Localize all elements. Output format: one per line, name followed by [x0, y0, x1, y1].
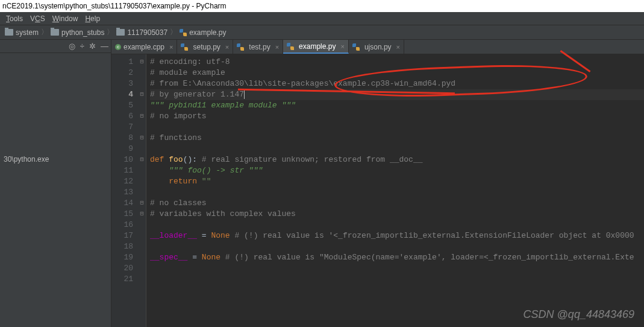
- breadcrumb-label: example.py: [189, 28, 226, 37]
- fold-toggle[interactable]: [138, 144, 146, 154]
- fold-toggle[interactable]: ⊟: [138, 89, 146, 100]
- breadcrumb-example-py[interactable]: example.py: [178, 28, 227, 37]
- fold-toggle[interactable]: [138, 78, 146, 89]
- folder-icon: [51, 29, 59, 36]
- fold-toggle[interactable]: [138, 230, 146, 241]
- close-icon[interactable]: ×: [275, 43, 279, 51]
- fold-toggle[interactable]: [138, 122, 146, 133]
- code-line[interactable]: # no classes: [150, 198, 644, 209]
- python-file-icon: [181, 43, 188, 51]
- close-icon[interactable]: ×: [169, 43, 173, 51]
- code-line[interactable]: """ foo() -> str """: [150, 165, 644, 176]
- tab-test-py[interactable]: test.py×: [233, 40, 283, 54]
- tab-label: example.py: [299, 42, 336, 51]
- code-area[interactable]: # encoding: utf-8# module example# from …: [146, 54, 644, 327]
- folder-icon: [5, 29, 13, 36]
- code-line[interactable]: def foo(): # real signature unknown; res…: [150, 154, 644, 165]
- code-line[interactable]: # from E:\Anaconda30\lib\site-packages\e…: [150, 78, 644, 89]
- interpreter-path: 30\python.exe: [0, 153, 111, 166]
- python-file-icon: [180, 29, 187, 36]
- tab-label: test.py: [249, 43, 270, 51]
- expand-icon[interactable]: ÷: [80, 42, 84, 51]
- fold-toggle[interactable]: ⊟: [138, 111, 146, 122]
- tab-label: setup.py: [193, 43, 220, 51]
- fold-toggle[interactable]: ⊟: [138, 198, 146, 209]
- breadcrumb: system〉python_stubs〉1117905037〉example.p…: [0, 25, 644, 40]
- cpp-file-icon: c: [115, 44, 121, 50]
- fold-toggle[interactable]: [138, 187, 146, 198]
- breadcrumb-label: python_stubs: [61, 28, 104, 37]
- code-line[interactable]: # encoding: utf-8: [150, 57, 644, 68]
- close-icon[interactable]: ×: [225, 43, 229, 51]
- code-line[interactable]: __spec__ = None # (!) real value is "Mod…: [150, 252, 644, 263]
- code-line[interactable]: """ pybind11 example module """: [150, 100, 644, 111]
- code-line[interactable]: [150, 274, 644, 285]
- code-line[interactable]: __loader__ = None # (!) real value is '<…: [150, 230, 644, 241]
- fold-toggle[interactable]: ⊟: [138, 57, 146, 68]
- code-line[interactable]: [150, 187, 644, 198]
- minimize-icon[interactable]: —: [101, 42, 108, 51]
- code-line[interactable]: # module example: [150, 68, 644, 78]
- editor-tabs: cexample.cpp×setup.py×test.py×example.py…: [111, 40, 644, 54]
- sidebar-toolbar: ◎ ÷ ✲ —: [0, 40, 111, 53]
- tab-label: example.cpp: [123, 43, 164, 51]
- close-icon[interactable]: ×: [396, 43, 400, 51]
- chevron-right-icon: 〉: [105, 27, 115, 37]
- menu-tools[interactable]: Tools: [2, 14, 27, 23]
- code-editor[interactable]: 123456789101112131415161718192021 ⊟⊟⊟⊟⊟⊟…: [111, 54, 644, 327]
- fold-toggle[interactable]: [138, 263, 146, 274]
- text-caret: [244, 90, 245, 99]
- breadcrumb-1117905037[interactable]: 1117905037: [115, 28, 169, 37]
- fold-toggle[interactable]: [138, 274, 146, 285]
- fold-toggle[interactable]: ⊟: [138, 133, 146, 144]
- tab-example-py[interactable]: example.py×: [283, 40, 349, 54]
- gear-icon[interactable]: ✲: [89, 42, 96, 51]
- menu-window[interactable]: Window: [49, 14, 82, 23]
- line-gutter: 123456789101112131415161718192021: [111, 54, 138, 327]
- fold-toggle[interactable]: [138, 68, 146, 78]
- code-line[interactable]: [150, 241, 644, 252]
- code-line[interactable]: [150, 144, 644, 154]
- window-title: nCE2019.1\system\python_stubs\1117905037…: [0, 0, 644, 12]
- code-line[interactable]: # by generator 1.147: [150, 89, 644, 100]
- target-icon[interactable]: ◎: [69, 42, 75, 51]
- tab-setup-py[interactable]: setup.py×: [177, 40, 233, 54]
- fold-toggle[interactable]: [138, 165, 146, 176]
- close-icon[interactable]: ×: [340, 43, 344, 50]
- python-file-icon: [287, 43, 294, 50]
- tab-example-cpp[interactable]: cexample.cpp×: [111, 40, 177, 54]
- breadcrumb-label: system: [16, 28, 39, 37]
- breadcrumb-python_stubs[interactable]: python_stubs: [49, 28, 105, 37]
- fold-toggle[interactable]: [138, 241, 146, 252]
- menu-vcs[interactable]: VCS: [27, 14, 49, 23]
- tab-ujson-py[interactable]: ujson.py×: [349, 40, 404, 54]
- fold-column[interactable]: ⊟⊟⊟⊟⊟⊟⊟: [138, 54, 146, 327]
- folder-icon: [116, 29, 125, 36]
- fold-toggle[interactable]: [138, 100, 146, 111]
- tab-label: ujson.py: [364, 43, 392, 51]
- fold-toggle[interactable]: [138, 252, 146, 263]
- project-tool-sidebar: ◎ ÷ ✲ — 30\python.exe: [0, 40, 111, 327]
- code-line[interactable]: # functions: [150, 133, 644, 144]
- code-line[interactable]: [150, 122, 644, 133]
- menu-bar: Tools VCS Window Help: [0, 12, 644, 25]
- fold-toggle[interactable]: ⊟: [138, 209, 146, 220]
- menu-help[interactable]: Help: [81, 14, 104, 23]
- code-line[interactable]: # no imports: [150, 111, 644, 122]
- fold-toggle[interactable]: ⊟: [138, 154, 146, 165]
- python-file-icon: [237, 43, 244, 51]
- watermark: CSDN @qq_44843469: [524, 308, 634, 321]
- code-line[interactable]: return "": [150, 176, 644, 187]
- fold-toggle[interactable]: [138, 176, 146, 187]
- chevron-right-icon: 〉: [169, 27, 178, 37]
- fold-toggle[interactable]: [138, 220, 146, 230]
- chevron-right-icon: 〉: [40, 27, 49, 37]
- python-file-icon: [352, 43, 360, 51]
- code-line[interactable]: [150, 263, 644, 274]
- breadcrumb-system[interactable]: system: [4, 28, 40, 37]
- code-line[interactable]: [150, 220, 644, 230]
- breadcrumb-label: 1117905037: [127, 28, 167, 37]
- code-line[interactable]: # variables with complex values: [150, 209, 644, 220]
